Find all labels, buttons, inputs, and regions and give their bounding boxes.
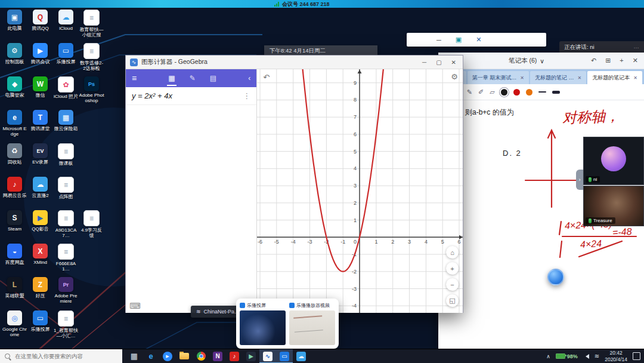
desktop-icon[interactable]: PsAdobe Photoshop	[79, 76, 104, 110]
taskbar-app-cloud-drive[interactable]: ☁	[293, 349, 309, 363]
taskbar-app-onenote[interactable]: N	[209, 349, 226, 363]
preview-thumbnail[interactable]	[240, 310, 286, 345]
minimize-icon[interactable]: ─	[436, 36, 441, 44]
taskbar-app-lebo[interactable]: ▭	[276, 349, 293, 363]
pen-tool-icon[interactable]: ✎	[467, 88, 472, 96]
close-icon[interactable]: ✕	[633, 57, 638, 64]
desktop-icon[interactable]: ≡1_教育帮扶—小汇…	[53, 310, 79, 344]
close-icon[interactable]: ✕	[451, 59, 456, 66]
desktop-icon[interactable]: ▣此电脑	[2, 10, 27, 43]
desktop-icon[interactable]: ▭乐播投屏	[27, 310, 53, 344]
settings-gear-icon[interactable]: ⚙	[451, 72, 458, 81]
equation-row[interactable]: y = 2x² + 4x ⋮	[126, 87, 256, 105]
network-icon[interactable]: ≋	[595, 353, 599, 359]
desktop-icon[interactable]: ≡点阵图	[53, 177, 79, 210]
desktop-icon[interactable]: EVEV录屏	[27, 143, 53, 177]
home-icon[interactable]: ⌂	[446, 246, 459, 259]
desktop-icon[interactable]: ♪网易云音乐	[2, 177, 27, 210]
stroke-width-thin[interactable]	[538, 91, 546, 93]
taskbar-search[interactable]	[0, 349, 122, 363]
notebook-tab[interactable]: 无标题的笔记 …✕	[530, 71, 586, 84]
close-tab-icon[interactable]: ✕	[520, 75, 524, 81]
desktop-icon[interactable]: eMicrosoft Edge	[2, 110, 27, 143]
collapse-panel-icon[interactable]: ‹	[248, 74, 250, 82]
desktop-icon[interactable]: T腾讯课堂	[27, 110, 53, 143]
desktop-icon[interactable]: XXMind	[27, 244, 53, 277]
taskbar-app-chrome[interactable]	[193, 349, 209, 363]
menu-icon[interactable]: ≡	[132, 73, 137, 83]
zoom-in-icon[interactable]: +	[446, 262, 459, 275]
taskbar-app-geogebra[interactable]: ∿	[259, 349, 276, 363]
row-menu-icon[interactable]: ⋮	[243, 91, 250, 100]
desktop-icon[interactable]: ≡数学选修2-2达标检测…	[79, 43, 104, 76]
desktop-icon[interactable]: ☁iCloud	[53, 10, 79, 43]
graphics-view[interactable]: -6-5-4-3-2-1123456-4-3-2-11234567890 ↶ ⚙…	[257, 69, 463, 313]
desktop-icon[interactable]: ≡教育帮扶—小组汇报评…	[79, 10, 104, 43]
notebook-tab[interactable]: 第一章 期末测试…✕	[467, 71, 529, 84]
desktop-icon[interactable]: Z好压	[27, 277, 53, 310]
desktop-icon[interactable]: ⚙控制面板	[2, 43, 27, 76]
taskbar-app-edge[interactable]: e	[143, 349, 159, 363]
desktop-icon[interactable]: ◎Google Chrome	[2, 310, 27, 344]
taskbar-clock[interactable]: 20:42 2020/4/14	[605, 350, 627, 362]
tray-expand-icon[interactable]: ∧	[546, 353, 550, 359]
ink-color-dot[interactable]	[501, 89, 507, 96]
restore-icon[interactable]: ▣	[456, 36, 462, 44]
notification-icon[interactable]	[633, 352, 640, 360]
close-tab-icon[interactable]: ✕	[633, 75, 637, 81]
caret-down-icon[interactable]: ∨	[540, 57, 544, 64]
undo-icon[interactable]: ↶	[591, 57, 596, 64]
taskbar-app-netease-music[interactable]: ♪	[226, 349, 243, 363]
desktop-icon[interactable]: ✿iCloud 照片	[53, 76, 79, 110]
taskbar-app-media-player[interactable]: ▶	[243, 349, 259, 363]
participant-video-ni[interactable]: ni	[583, 137, 644, 185]
maximize-icon[interactable]: ▢	[436, 59, 441, 66]
more-icon[interactable]: ⋯	[634, 44, 640, 51]
equation-text[interactable]: y = 2x² + 4x	[132, 91, 172, 100]
tab-table[interactable]: ▤	[209, 70, 218, 86]
desktop-icon[interactable]: ≡微课板	[53, 143, 79, 177]
keyboard-toggle-icon[interactable]: ⌨	[129, 302, 141, 310]
desktop-icon[interactable]: ▶腾讯会议	[27, 43, 53, 76]
notebook-title[interactable]: 笔记本 (6)	[509, 57, 537, 65]
close-icon[interactable]: ✕	[476, 36, 481, 44]
desktop-icon[interactable]: ◆电脑管家	[2, 76, 27, 110]
tray-battery[interactable]: 98%	[556, 353, 578, 359]
notebook-tab[interactable]: 无标题的笔记本✕	[587, 71, 642, 84]
fullscreen-icon[interactable]: ◱	[446, 294, 459, 307]
ink-color-dot[interactable]	[526, 89, 532, 96]
desktop-icon[interactable]: SSteam	[2, 210, 27, 244]
lebo-popup-item[interactable]: 乐播投屏	[240, 302, 286, 345]
eraser-tool-icon[interactable]: ▱	[490, 88, 494, 96]
add-page-icon[interactable]: +	[620, 57, 623, 64]
desktop-icon[interactable]: ≡4.9学习反馈	[79, 210, 104, 244]
zoom-out-icon[interactable]: −	[446, 278, 459, 291]
taskbar-app-tencent-meeting[interactable]: ▶	[159, 349, 176, 363]
lebo-popup-item[interactable]: 乐播播放器视频	[289, 302, 335, 345]
minimize-icon[interactable]: ─	[422, 59, 426, 66]
tab-algebra[interactable]: ▦	[167, 70, 176, 86]
close-tab-icon[interactable]: ✕	[577, 75, 581, 81]
desktop-icon[interactable]: ▭乐播投屏	[53, 43, 79, 76]
ink-color-dot[interactable]	[513, 89, 520, 96]
lebo-floating-ball[interactable]	[547, 269, 564, 285]
tab-tools[interactable]: ✎	[188, 70, 197, 86]
geogebra-titlebar[interactable]: ∿ 图形计算器 - GeoGebra ─ ▢ ✕	[126, 56, 463, 69]
desktop-icon[interactable]: ▦微云保险箱	[53, 110, 79, 143]
desktop-icon[interactable]: ≡F666E8A1…	[53, 244, 79, 277]
desktop-icon[interactable]: ≡A9D13CA7…	[53, 210, 79, 244]
apps-grid-icon[interactable]: ⊞	[605, 57, 611, 64]
stroke-width-thick[interactable]	[552, 91, 560, 94]
taskbar-app-file-explorer[interactable]	[176, 349, 193, 363]
taskbar-app-task-view[interactable]: ▦	[126, 349, 143, 363]
desktop-icon[interactable]: ▶QQ影音	[27, 210, 53, 244]
desktop-icon[interactable]: W微信	[27, 76, 53, 110]
desktop-icon[interactable]: PrAdobe Premiere	[53, 277, 79, 310]
participant-video-treasure[interactable]: Treasure	[583, 186, 644, 226]
undo-icon[interactable]: ↶	[263, 73, 270, 82]
desktop-icon[interactable]: L英雄联盟	[2, 277, 27, 310]
highlighter-tool-icon[interactable]: ✐	[478, 88, 484, 96]
volume-icon[interactable]	[583, 354, 589, 359]
search-input[interactable]	[14, 352, 117, 360]
desktop-icon[interactable]: ♻回收站	[2, 143, 27, 177]
